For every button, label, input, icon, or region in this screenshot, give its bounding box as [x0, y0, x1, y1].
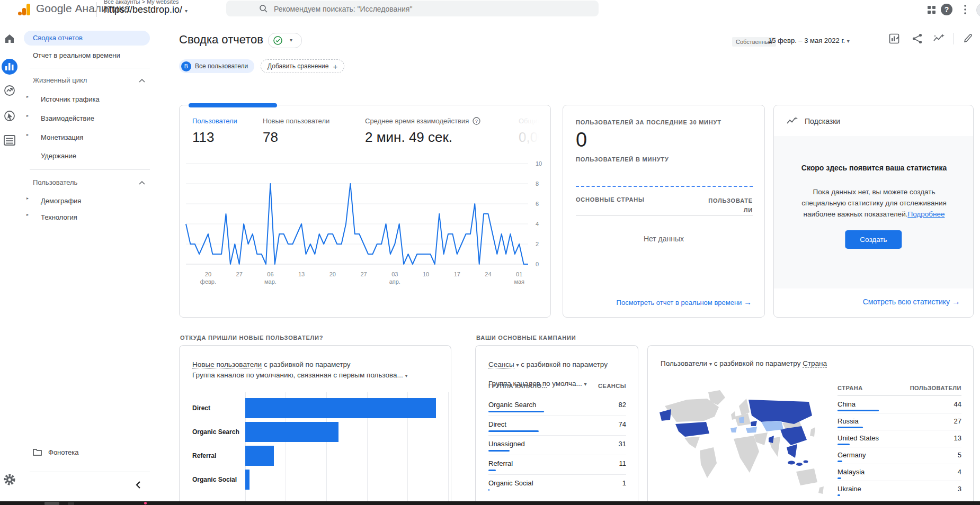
section-user[interactable]: Пользователь: [33, 176, 77, 189]
kebab-menu-icon[interactable]: [962, 4, 968, 15]
share-icon[interactable]: [912, 33, 923, 44]
metric-users[interactable]: Пользователи 113: [192, 117, 237, 146]
metric-dropdown[interactable]: Пользователи: [661, 359, 707, 367]
report-status-pill[interactable]: ▾: [268, 33, 302, 48]
overview-card: Пользователи 113 Новые пользователи 78 С…: [179, 105, 551, 318]
value-bar: [838, 427, 863, 428]
expand-arrow-icon[interactable]: ▸: [26, 94, 29, 99]
add-comparison-chip[interactable]: Добавить сравнение +: [261, 59, 344, 73]
reports-icon-selected[interactable]: [2, 59, 17, 75]
create-insight-button[interactable]: Создать: [845, 230, 902, 249]
sidebar-item-engagement[interactable]: Взаимодействие: [41, 111, 167, 126]
ga-dashboard: Google Аналитика Все аккаунты > My websi…: [0, 0, 980, 505]
customize-report-icon[interactable]: [889, 33, 899, 44]
expand-arrow-icon[interactable]: ▸: [26, 113, 29, 118]
chevron-down-icon: ▾: [847, 38, 850, 44]
help-icon[interactable]: ?: [940, 3, 953, 16]
svg-text:4: 4: [536, 221, 539, 227]
sidebar-item-library[interactable]: Фонотека: [33, 445, 159, 460]
value-bar: [488, 470, 496, 471]
chevron-down-icon: ▾: [405, 373, 408, 378]
chart-gridline: [448, 392, 449, 505]
svg-text:03: 03: [391, 271, 398, 277]
svg-text:10: 10: [423, 271, 429, 277]
sidebar-item-acquisition[interactable]: Источник трафика: [41, 92, 167, 107]
property-selector[interactable]: https://bestdrop.io/ ▾: [104, 4, 188, 15]
campaigns-card-title: Сеансы ▾ с разбивкой по параметру: [488, 359, 626, 370]
sidebar-divider: [30, 472, 150, 472]
svg-text:17: 17: [454, 271, 460, 277]
search-bar[interactable]: [226, 1, 599, 16]
bar: [245, 398, 436, 418]
dimension-dropdown[interactable]: Группа каналов по умолчанию, связанная с…: [192, 371, 403, 379]
users-line-chart: 024681020февр.2706мар.13202703апр.101724…: [185, 159, 550, 286]
explore-icon[interactable]: [4, 85, 15, 96]
metric-dropdown[interactable]: Сеансы: [488, 360, 514, 369]
sidebar-item-tech[interactable]: Технология: [41, 210, 167, 225]
value-bar: [488, 411, 544, 412]
expand-arrow-icon[interactable]: ▸: [26, 132, 29, 137]
folder-icon: [33, 448, 42, 456]
learn-more-link[interactable]: Подробнее: [907, 210, 945, 218]
chevron-up-icon[interactable]: [139, 79, 145, 83]
bar: [245, 446, 274, 466]
advertising-icon[interactable]: [4, 110, 15, 122]
view-all-insights-link[interactable]: Смотреть всю статистику →: [863, 297, 960, 306]
search-input[interactable]: [273, 1, 572, 17]
expand-arrow-icon[interactable]: ▸: [26, 196, 29, 201]
metric-engagement-time[interactable]: Среднее время взаимодействия ? 2 мин. 49…: [365, 117, 480, 146]
svg-text:01: 01: [516, 271, 522, 277]
countries-table-divider: [838, 395, 961, 396]
svg-text:6: 6: [536, 201, 539, 207]
section-lifecycle[interactable]: Жизненный цикл: [33, 74, 87, 87]
gear-icon[interactable]: [3, 473, 16, 486]
table-row: Russia27: [838, 413, 961, 430]
insights-header: Подсказки: [774, 105, 973, 136]
countries-table-header: СТРАНА ПОЛЬЗОВАТЕЛИ: [838, 385, 961, 391]
search-icon: [259, 4, 268, 13]
table-row: Direct74: [488, 416, 626, 436]
bar-row: Organic Social: [192, 467, 448, 491]
realtime-table-divider: [576, 215, 753, 216]
audience-avatar: В: [181, 61, 191, 71]
insights-headline: Скоро здесь появится ваша статистика: [789, 164, 959, 172]
taskbar-strip: [0, 501, 980, 505]
insights-card: Подсказки Скоро здесь появится ваша стат…: [773, 105, 974, 318]
insights-text: Пока данных нет, вы можете создать специ…: [790, 187, 958, 220]
chevron-up-icon[interactable]: [139, 181, 145, 185]
insights-sparkle-icon[interactable]: [933, 33, 945, 44]
analytics-logo-icon[interactable]: [19, 4, 32, 15]
value-bar: [838, 494, 840, 496]
metric-new-users[interactable]: Новые пользователи 78: [263, 117, 329, 146]
collapse-sidebar-icon[interactable]: [135, 481, 141, 489]
sidebar-item-realtime[interactable]: Отчет в реальном времени: [33, 48, 159, 63]
sidebar-item-retention[interactable]: Удержание: [41, 149, 167, 164]
campaigns-table-header: ГРУППА КАНАЛО... СЕАНСЫ: [488, 383, 626, 389]
plus-icon: +: [333, 62, 337, 71]
admin-list-icon[interactable]: [4, 135, 15, 146]
sidebar-item-demographics[interactable]: Демография: [41, 194, 167, 209]
metric-dropdown[interactable]: Новые пользователи: [192, 360, 262, 369]
value-bar: [488, 430, 539, 432]
dimension-dropdown[interactable]: Страна: [803, 359, 827, 368]
sidebar-item-monetization[interactable]: Монетизация: [41, 130, 167, 145]
expand-arrow-icon[interactable]: ▸: [26, 212, 29, 217]
insights-sparkle-icon: [787, 116, 798, 127]
metric-total-revenue[interactable]: Общий д 0,00: [519, 117, 547, 146]
per-minute-label: ПОЛЬЗОВАТЕЛЕЙ В МИНУТУ: [576, 156, 669, 163]
edit-pencil-icon[interactable]: [963, 33, 973, 43]
sidebar-item-overview[interactable]: Сводка отчетов: [24, 31, 150, 46]
avatar[interactable]: [976, 3, 980, 17]
table-row: Ukraine3: [838, 481, 961, 498]
table-row: Unassigned31: [488, 436, 626, 455]
svg-text:мар.: мар.: [264, 278, 277, 285]
world-map: [655, 384, 830, 502]
date-range-selector[interactable]: 15 февр. – 3 мая 2022 г. ▾: [768, 37, 850, 44]
home-icon[interactable]: [4, 34, 15, 43]
svg-text:24: 24: [485, 271, 491, 277]
grid-apps-icon[interactable]: [927, 5, 937, 15]
audience-chip[interactable]: В Все пользователи: [179, 59, 254, 73]
bar-row: Referral: [192, 444, 448, 467]
view-realtime-link[interactable]: Посмотреть отчет в реальном времени →: [617, 297, 752, 306]
svg-text:апр.: апр.: [389, 278, 400, 285]
